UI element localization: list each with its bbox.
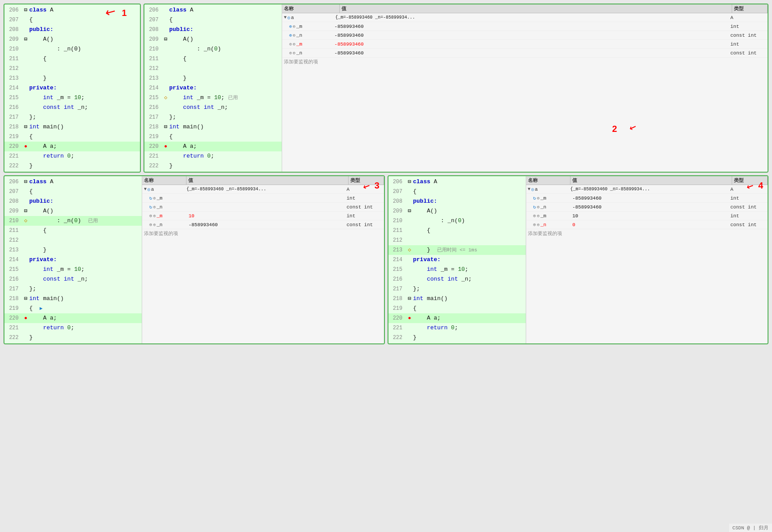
- code-area-4: 206 ⊟ class A 207 { 208 public: 209 ⊟: [388, 176, 526, 343]
- code-line: 221 return 0;: [144, 151, 282, 161]
- code-line: 219 {: [388, 304, 526, 313]
- code-line: 207 {: [4, 15, 140, 25]
- watch-row: ↻ ⊕ _n -858993460 const int: [526, 203, 768, 212]
- code-line: 206 class A: [144, 5, 282, 15]
- code-line: 216 const int _n;: [4, 103, 140, 112]
- annotation-3: 3: [374, 181, 379, 191]
- code-line: 219 { ▶: [4, 304, 142, 313]
- code-line-exec: 210 ◇ : _n(0) 已用: [4, 216, 142, 226]
- code-line: 208 public:: [144, 25, 282, 35]
- watch-row: ⊕ ⊕ _m -858993460 int: [282, 22, 768, 31]
- code-line: 221 return 0;: [4, 151, 140, 161]
- code-line: 217 };: [144, 112, 282, 122]
- watch-row: ▼ ◎ a {_m=-858993460 _n=-85899934... A: [526, 185, 768, 194]
- code-line-exec: 213 ◇ } 已用时间 <= 1ms: [388, 245, 526, 255]
- code-line: 207 {: [388, 187, 526, 197]
- bottom-row: 3 ↙ 206 ⊟ class A 207 { 208 public:: [4, 175, 768, 344]
- code-line: 218 ⊟ int main(): [4, 122, 140, 132]
- code-line: 208 public:: [4, 25, 140, 35]
- code-line: 209 ⊟ A(): [388, 206, 526, 216]
- code-line: 215 int _m = 10;: [388, 265, 526, 274]
- watch-panel-3: 名称 值 类型 ▼ ◎ a {_m=-858993460 _n=-8589993…: [142, 176, 384, 343]
- code-line: 216 const int _n;: [144, 103, 282, 112]
- panel-3: 3 ↙ 206 ⊟ class A 207 { 208 public:: [4, 175, 385, 344]
- watch-row: ⊕ ⊕ _n -858993460 const int: [282, 49, 768, 58]
- watch-panel-2: 名称 值 类型 ▼ ◎ a {_m=-858993460 _n=-8589993…: [282, 4, 768, 172]
- code-line: 211 {: [4, 54, 140, 64]
- code-line: 206 ⊟ class A: [4, 5, 140, 15]
- watch-row: ▼ ◎ a {_m=-858993460 _n=-85899934... A: [142, 185, 384, 194]
- code-line-exec: 220 ● A a;: [388, 313, 526, 323]
- code-line: 222 }: [144, 161, 282, 171]
- code-line: 221 return 0;: [4, 323, 142, 333]
- code-line: 216 const int _n;: [4, 274, 142, 284]
- watch-row: ⊕ ⊕ _n 0 const int: [526, 220, 768, 229]
- watch-row: ⊕ ⊕ _m 10 int: [142, 212, 384, 220]
- panel-2: 2 ↙ 206 class A 207 { 208 public:: [144, 4, 768, 173]
- code-line: 208 public:: [4, 197, 142, 206]
- code-line: 218 ⊟ int main(): [388, 294, 526, 304]
- watch-col-name-3: 名称: [142, 176, 186, 185]
- watch-panel-4: 名称 值 类型 ▼ ◎ a {_m=-858993460 _n=-8589993…: [526, 176, 768, 343]
- panel-1: 1 ↙ 206 ⊟ class A 207 { 208 public:: [4, 4, 141, 173]
- code-line: 215 int _m = 10;: [4, 265, 142, 274]
- code-line: 210 : _n(0): [388, 216, 526, 226]
- code-line: 212: [4, 235, 142, 245]
- watch-row: ▼ ◎ a {_m=-858993460 _n=-85899934... A: [282, 13, 768, 22]
- watch-row: ⊕ ⊕ _m 10 int: [526, 212, 768, 220]
- watch-col-val-2: 值: [340, 4, 732, 13]
- code-line: 208 public:: [388, 197, 526, 206]
- code-line: 213 }: [144, 73, 282, 83]
- watch-row: ⊕ ⊕ _m -858993460 int: [282, 40, 768, 49]
- watch-col-name-2: 名称: [282, 4, 340, 13]
- code-line-exec: 220 ● A a;: [4, 142, 140, 151]
- add-watch-2[interactable]: 添加要监视的项: [282, 58, 768, 66]
- code-line: 207 {: [4, 187, 142, 197]
- code-line: 219 {: [144, 132, 282, 142]
- watch-row: ⊕ ⊕ _n -858993460 const int: [282, 31, 768, 40]
- code-line: 218 ⊟ int main(): [144, 122, 282, 132]
- watch-header-4: 名称 值 类型: [526, 176, 768, 185]
- code-line: 209 ⊟ A(): [144, 35, 282, 44]
- code-line: 209 ⊟ A(): [4, 206, 142, 216]
- code-line: 212: [4, 64, 140, 73]
- code-line: 214 private:: [4, 83, 140, 93]
- code-line: 210 : _n(0): [4, 44, 140, 54]
- code-line: 214 private:: [4, 255, 142, 265]
- code-line: 217 };: [388, 284, 526, 294]
- watch-col-val-3: 值: [186, 176, 349, 185]
- code-line: 211 {: [144, 54, 282, 64]
- watch-header-3: 名称 值 类型: [142, 176, 384, 185]
- add-watch-4[interactable]: 添加要监视的项: [526, 229, 768, 238]
- main-container: 1 ↙ 206 ⊟ class A 207 { 208 public:: [0, 0, 772, 532]
- code-area-1: 1 ↙ 206 ⊟ class A 207 { 208 public:: [4, 4, 140, 172]
- watch-row: ↻ ⊕ _m int: [142, 194, 384, 203]
- top-row: 1 ↙ 206 ⊟ class A 207 { 208 public:: [4, 4, 768, 173]
- watch-col-name-4: 名称: [526, 176, 570, 185]
- panel-4: 4 ↙ 206 ⊟ class A 207 { 208 public:: [388, 175, 769, 344]
- bottom-bar-text: CSDN @ | 归月: [733, 525, 768, 531]
- code-line: 222 }: [388, 333, 526, 343]
- code-line: 218 ⊟ int main(): [4, 294, 142, 304]
- code-line: 222 }: [4, 333, 142, 343]
- code-line: 212: [388, 235, 526, 245]
- code-line: 213 }: [4, 73, 140, 83]
- code-line: 211 {: [4, 226, 142, 235]
- annotation-4: 4: [758, 181, 763, 191]
- code-line: 221 return 0;: [388, 323, 526, 333]
- code-line: 217 };: [4, 284, 142, 294]
- code-line: 215 int _m = 10;: [4, 93, 140, 103]
- code-line: 207 {: [144, 15, 282, 25]
- add-watch-3[interactable]: 添加要监视的项: [142, 229, 384, 238]
- code-line: 214 private:: [144, 83, 282, 93]
- code-area-2: 206 class A 207 { 208 public: 209 ⊟: [144, 4, 282, 172]
- code-line: 217 };: [4, 112, 140, 122]
- code-area-3: 206 ⊟ class A 207 { 208 public: 209 ⊟: [4, 176, 142, 343]
- bottom-bar: CSDN @ | 归月: [729, 524, 772, 532]
- watch-header-2: 名称 值 类型: [282, 4, 768, 13]
- code-line: 213 }: [4, 245, 142, 255]
- annotation-1: 1: [122, 8, 127, 18]
- watch-row: ↻ ⊕ _m -858993460 int: [526, 194, 768, 203]
- code-line: 219 {: [4, 132, 140, 142]
- code-line: 210 : _n(0): [144, 44, 282, 54]
